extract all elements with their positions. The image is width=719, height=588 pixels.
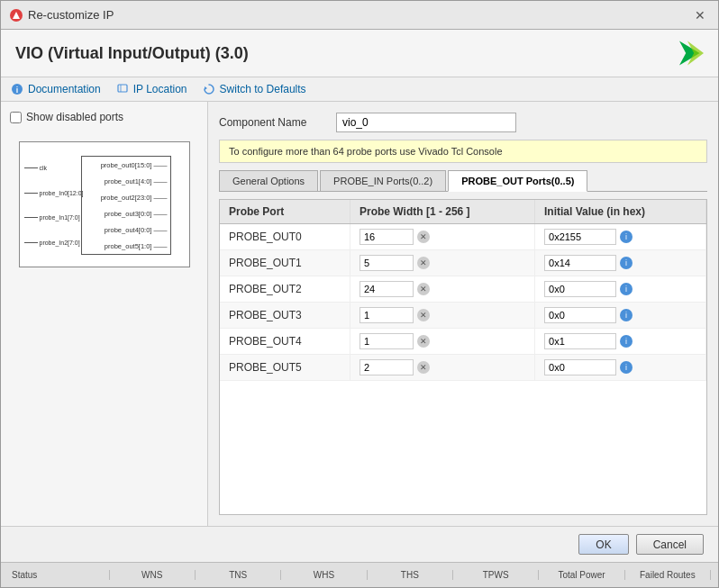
window-title: Re-customize IP xyxy=(28,8,114,22)
schematic-port-probe-in1: probe_In1[7:0] xyxy=(24,214,84,221)
status-cell-tpws: TPWS xyxy=(453,570,539,580)
probe-port-name-2: PROBE_OUT2 xyxy=(220,276,350,303)
initial-value-input-4[interactable] xyxy=(544,333,616,349)
initial-value-cell-3[interactable]: i xyxy=(535,303,706,329)
initial-value-cell-2[interactable]: i xyxy=(535,276,706,303)
clear-width-icon-3[interactable]: ✕ xyxy=(417,309,430,321)
toolbar: i Documentation IP Location Switch to xyxy=(1,77,718,102)
ok-button[interactable]: OK xyxy=(578,534,628,555)
show-disabled-ports-input[interactable] xyxy=(10,112,22,123)
schematic-port-probe-in0: probe_In0[12:0] xyxy=(24,190,84,196)
title-bar-left: Re-customize IP xyxy=(10,8,114,22)
documentation-button[interactable]: i Documentation xyxy=(10,82,101,96)
initial-value-cell-5[interactable]: i xyxy=(535,355,706,381)
status-cell-wns: WNS xyxy=(110,570,196,580)
probe-port-name-0: PROBE_OUT0 xyxy=(220,224,350,250)
initial-value-cell-4[interactable]: i xyxy=(535,329,706,355)
table-row: PROBE_OUT3✕i xyxy=(220,303,706,329)
probe-width-cell-1[interactable]: ✕ xyxy=(350,250,535,276)
probe-port-name-1: PROBE_OUT1 xyxy=(220,250,350,276)
schematic-left-ports: clk probe_In0[12:0] probe_In1[7:0] probe… xyxy=(24,156,84,255)
content-area: Show disabled ports clk probe_In0[12:0] xyxy=(1,102,718,526)
svg-rect-5 xyxy=(118,85,127,92)
initial-value-input-3[interactable] xyxy=(544,307,616,323)
info-value-icon-5[interactable]: i xyxy=(620,361,633,374)
left-panel: Show disabled ports clk probe_In0[12:0] xyxy=(1,102,208,526)
probe-width-input-0[interactable] xyxy=(360,229,414,245)
cancel-button[interactable]: Cancel xyxy=(636,534,704,555)
initial-value-input-5[interactable] xyxy=(544,359,616,375)
show-disabled-ports-checkbox[interactable]: Show disabled ports xyxy=(10,111,198,123)
status-cell-failed-routes: Failed Routes xyxy=(625,570,711,580)
probe-width-cell-2[interactable]: ✕ xyxy=(350,276,535,303)
product-title: VIO (Virtual Input/Output) (3.0) xyxy=(15,44,249,63)
component-name-row: Component Name xyxy=(219,113,707,132)
schematic-out3-label: probe_out3[0:0] —— xyxy=(82,210,170,218)
location-icon xyxy=(115,82,130,96)
clear-width-icon-5[interactable]: ✕ xyxy=(417,361,430,374)
initial-value-input-1[interactable] xyxy=(544,255,616,271)
footer: OK Cancel xyxy=(1,526,718,562)
schematic-out1-label: probe_out1[4:0] —— xyxy=(82,177,170,185)
tabs-row: General Options PROBE_IN Ports(0..2) PRO… xyxy=(219,170,707,192)
status-cell-total-power: Total Power xyxy=(539,570,624,580)
status-cell-status: Status xyxy=(8,570,110,580)
status-bar: Status WNS TNS WHS THS TPWS Total Power … xyxy=(1,562,718,587)
probe-width-input-2[interactable] xyxy=(360,281,414,297)
info-value-icon-0[interactable]: i xyxy=(620,231,633,243)
svg-marker-0 xyxy=(13,12,20,19)
probe-width-input-5[interactable] xyxy=(360,359,414,375)
info-value-icon-2[interactable]: i xyxy=(620,283,633,295)
table-row: PROBE_OUT4✕i xyxy=(220,329,706,355)
probe-width-cell-0[interactable]: ✕ xyxy=(350,224,535,250)
probe-out-table-container: Probe Port Probe Width [1 - 256 ] Initia… xyxy=(219,199,707,515)
initial-value-cell-1[interactable]: i xyxy=(535,250,706,276)
info-banner: To configure more than 64 probe ports us… xyxy=(219,140,707,163)
table-row: PROBE_OUT2✕i xyxy=(220,276,706,303)
probe-port-name-4: PROBE_OUT4 xyxy=(220,329,350,355)
probe-width-cell-5[interactable]: ✕ xyxy=(350,355,535,381)
info-circle-icon: i xyxy=(10,82,24,96)
window-icon xyxy=(10,9,23,22)
component-name-input[interactable] xyxy=(336,113,516,132)
probe-width-input-1[interactable] xyxy=(360,255,414,271)
col-initial-value: Initial Value (in hex) xyxy=(535,200,706,224)
tab-probe-out-ports[interactable]: PROBE_OUT Ports(0..5) xyxy=(448,170,587,192)
schematic-out2-label: probe_out2[23:0] —— xyxy=(82,194,170,202)
svg-text:i: i xyxy=(16,86,19,95)
schematic-port-probe-in2: probe_In2[7:0] xyxy=(24,240,84,246)
clear-width-icon-0[interactable]: ✕ xyxy=(417,231,430,243)
ip-location-button[interactable]: IP Location xyxy=(115,82,187,96)
component-name-label: Component Name xyxy=(219,116,327,129)
initial-value-input-0[interactable] xyxy=(544,229,616,245)
clear-width-icon-4[interactable]: ✕ xyxy=(417,335,430,348)
table-row: PROBE_OUT1✕i xyxy=(220,250,706,276)
col-probe-port: Probe Port xyxy=(220,200,350,224)
probe-width-input-4[interactable] xyxy=(360,333,414,349)
probe-width-cell-4[interactable]: ✕ xyxy=(350,329,535,355)
probe-port-name-3: PROBE_OUT3 xyxy=(220,303,350,329)
probe-width-cell-3[interactable]: ✕ xyxy=(350,303,535,329)
info-value-icon-1[interactable]: i xyxy=(620,257,633,269)
table-row: PROBE_OUT0✕i xyxy=(220,224,706,250)
table-header-row: Probe Port Probe Width [1 - 256 ] Initia… xyxy=(220,200,706,224)
clear-width-icon-1[interactable]: ✕ xyxy=(417,257,430,269)
info-value-icon-3[interactable]: i xyxy=(620,309,633,321)
clear-width-icon-2[interactable]: ✕ xyxy=(417,283,430,295)
schematic-diagram: clk probe_In0[12:0] probe_In1[7:0] probe… xyxy=(19,141,190,267)
status-cell-whs: WHS xyxy=(281,570,367,580)
initial-value-cell-0[interactable]: i xyxy=(535,224,706,250)
title-bar: Re-customize IP ✕ xyxy=(1,1,718,30)
initial-value-input-2[interactable] xyxy=(544,281,616,297)
switch-defaults-button[interactable]: Switch to Defaults xyxy=(202,82,306,96)
svg-marker-7 xyxy=(205,86,207,90)
close-button[interactable]: ✕ xyxy=(691,6,709,24)
tab-probe-in-ports[interactable]: PROBE_IN Ports(0..2) xyxy=(320,170,446,191)
tab-general-options[interactable]: General Options xyxy=(219,170,318,191)
probe-port-name-5: PROBE_OUT5 xyxy=(220,355,350,381)
probe-width-input-3[interactable] xyxy=(360,307,414,323)
schematic-out5-label: probe_out5[1:0] —— xyxy=(82,242,170,250)
info-value-icon-4[interactable]: i xyxy=(620,335,633,348)
switch-defaults-label: Switch to Defaults xyxy=(220,83,306,95)
status-cell-ths: THS xyxy=(368,570,453,580)
